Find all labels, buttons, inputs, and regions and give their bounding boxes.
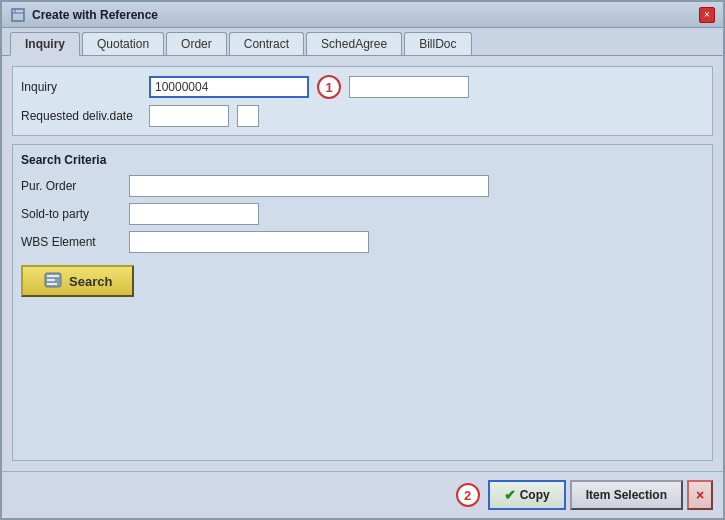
requested-deliv-date-label: Requested deliv.date <box>21 109 141 123</box>
main-content: Inquiry 1 Requested deliv.date Search Cr… <box>2 56 723 471</box>
inquiry-section: Inquiry 1 Requested deliv.date <box>12 66 713 136</box>
search-criteria-panel: Search Criteria Pur. Order Sold-to party… <box>12 144 713 461</box>
requested-deliv-date-row: Requested deliv.date <box>21 105 704 127</box>
inquiry-input[interactable] <box>149 76 309 98</box>
copy-button[interactable]: ✔ Copy <box>488 480 566 510</box>
svg-rect-0 <box>12 9 24 21</box>
svg-rect-4 <box>47 275 59 277</box>
search-criteria-header: Search Criteria <box>21 153 704 167</box>
pur-order-input[interactable] <box>129 175 489 197</box>
footer: 2 ✔ Copy Item Selection × <box>2 471 723 518</box>
title-bar: Create with Reference × <box>2 2 723 28</box>
tab-bar: Inquiry Quotation Order Contract SchedAg… <box>2 28 723 56</box>
inquiry-extra-input[interactable] <box>349 76 469 98</box>
tab-billdoc[interactable]: BillDoc <box>404 32 471 55</box>
tab-quotation[interactable]: Quotation <box>82 32 164 55</box>
footer-close-button[interactable]: × <box>687 480 713 510</box>
window-close-button[interactable]: × <box>699 7 715 23</box>
svg-rect-5 <box>47 279 55 281</box>
sold-to-party-row: Sold-to party <box>21 203 704 225</box>
inquiry-label: Inquiry <box>21 80 141 94</box>
tab-schedagree[interactable]: SchedAgree <box>306 32 402 55</box>
title-bar-left: Create with Reference <box>10 7 158 23</box>
search-button[interactable]: Search <box>21 265 134 297</box>
sold-to-party-label: Sold-to party <box>21 207 121 221</box>
sold-to-party-input[interactable] <box>129 203 259 225</box>
window-title: Create with Reference <box>32 8 158 22</box>
wbs-element-input[interactable] <box>129 231 369 253</box>
deliv-date-input[interactable] <box>149 105 229 127</box>
tab-order[interactable]: Order <box>166 32 227 55</box>
search-icon <box>43 271 63 291</box>
item-selection-button[interactable]: Item Selection <box>570 480 683 510</box>
check-icon: ✔ <box>504 487 516 503</box>
deliv-date-small-input[interactable] <box>237 105 259 127</box>
inquiry-row: Inquiry 1 <box>21 75 704 99</box>
tab-inquiry[interactable]: Inquiry <box>10 32 80 56</box>
step-badge-1: 1 <box>317 75 341 99</box>
pur-order-label: Pur. Order <box>21 179 121 193</box>
window-icon <box>10 7 26 23</box>
search-button-row: Search <box>21 265 704 297</box>
main-window: Create with Reference × Inquiry Quotatio… <box>0 0 725 520</box>
search-button-label: Search <box>69 274 112 289</box>
svg-rect-6 <box>47 283 57 285</box>
step-badge-2: 2 <box>456 483 480 507</box>
item-selection-label: Item Selection <box>586 488 667 502</box>
wbs-element-label: WBS Element <box>21 235 121 249</box>
copy-button-label: Copy <box>520 488 550 502</box>
wbs-element-row: WBS Element <box>21 231 704 253</box>
tab-contract[interactable]: Contract <box>229 32 304 55</box>
pur-order-row: Pur. Order <box>21 175 704 197</box>
